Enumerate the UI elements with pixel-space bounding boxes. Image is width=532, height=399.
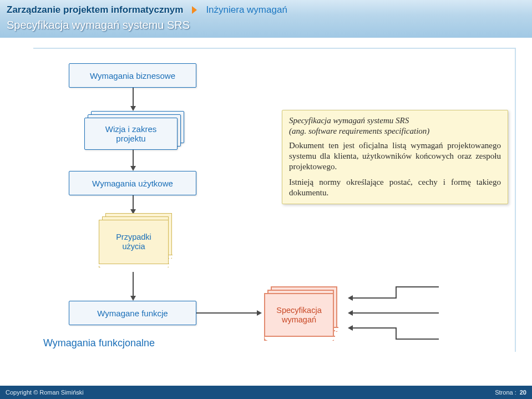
slide-title: Specyfikacja wymagań systemu SRS [7,19,525,32]
arrow-line [396,286,439,287]
arrowhead-left-icon [348,295,353,301]
note-paragraph: Dokument ten jest oficjalna listą wymaga… [289,140,501,173]
arrow-line [133,270,134,296]
footer-page-label: Strona : [495,389,516,396]
arrow-line [133,150,134,166]
slide-footer: Copyright © Roman Simiński Strona : 20 [0,386,532,399]
arrowhead-down-icon [130,296,136,301]
note-paragraph: Istnieją normy określające postać, cechy… [289,177,501,198]
arrow-line [396,339,439,340]
label-vision-l2: projektu [116,134,145,143]
arrowhead-right-icon [257,310,262,316]
arrowhead-down-icon [130,166,136,171]
arrowhead-left-icon [348,325,353,331]
slide-header: Zarządzanie projektem informatycznym Inż… [0,0,532,38]
arrow-line [353,327,396,329]
breadcrumb-sub: Inżyniera wymagań [206,4,287,16]
doc-front: Specyfikacjawymagań [264,293,334,341]
label-use-cases: Przypadkiużycia [99,233,168,252]
box-vision-scope: Wizja i zakres projektu [84,118,178,150]
arrow-line [396,286,397,299]
arrow-line [196,312,257,314]
breadcrumb-main: Zarządzanie projektem informatycznym [7,4,183,16]
note-title: Specyfikacja wymagań systemu SRS [289,116,409,125]
label-usage-requirements: Wymagania użytkowe [92,179,173,188]
arrow-line [353,312,439,314]
footer-page-number: 20 [520,389,526,396]
label-specification: Specyfikacjawymagań [265,306,333,325]
arrowhead-down-icon [130,106,136,111]
label-business-requirements: Wymagania biznesowe [90,71,175,80]
arrowhead-left-icon [348,310,353,316]
footer-copyright: Copyright © Roman Simiński [6,389,84,396]
box-business-requirements: Wymagania biznesowe [69,63,196,88]
doc-front: Przypadkiużycia [99,220,169,267]
diagram-canvas: Wymagania biznesowe Wizja i zakres proje… [0,38,532,377]
label-functional-requirements: Wymagania funkcjonalne [43,337,155,349]
note-subtitle: (ang. software requirements specificatio… [289,127,501,136]
label-required-functions: Wymagane funkcje [97,309,168,318]
arrow-line [133,88,134,107]
note-specification: Specyfikacja wymagań systemu SRS (ang. s… [282,110,508,204]
box-required-functions: Wymagane funkcje [69,301,196,325]
breadcrumb-arrow-icon [192,6,197,14]
arrow-line [396,327,397,340]
arrow-line [353,297,396,299]
box-usage-requirements: Wymagania użytkowe [69,171,196,195]
label-vision-l1: Wizja i zakres [105,124,157,134]
arrow-line [133,195,134,210]
